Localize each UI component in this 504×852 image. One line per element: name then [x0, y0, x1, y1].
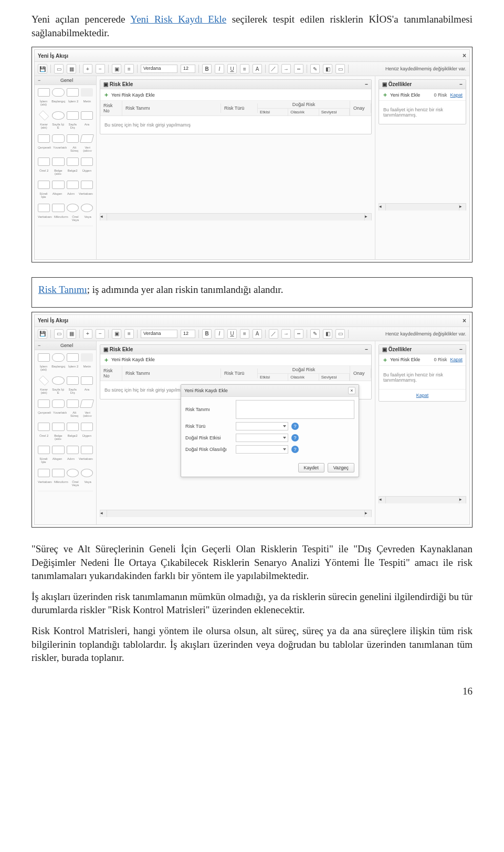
arrow-icon[interactable]: →: [281, 329, 291, 339]
close-icon[interactable]: ×: [463, 52, 466, 59]
shape-ozel-veya[interactable]: [67, 204, 79, 212]
shape-ozel-veya[interactable]: [67, 469, 79, 477]
shape-ucgen[interactable]: [81, 157, 93, 166]
horizontal-scrollbar[interactable]: ◂▸: [379, 496, 466, 503]
italic-icon[interactable]: I: [215, 329, 224, 339]
font-color-icon[interactable]: A: [253, 329, 262, 339]
shape-veritabani2[interactable]: [38, 469, 50, 477]
shape-sureli[interactable]: [38, 181, 50, 189]
shape-mikroform[interactable]: [52, 204, 64, 212]
shape-veri[interactable]: [80, 399, 94, 408]
save-icon[interactable]: 💾: [38, 329, 47, 339]
help-icon[interactable]: ?: [291, 434, 299, 441]
shape-islem2[interactable]: [67, 353, 79, 362]
pencil-icon[interactable]: ✎: [310, 329, 320, 339]
shape-sureli[interactable]: [38, 446, 50, 454]
border-icon[interactable]: ▭: [335, 64, 345, 73]
underline-icon[interactable]: U: [227, 329, 237, 339]
zoom-in-icon[interactable]: +: [83, 329, 92, 339]
layer-icon[interactable]: ▣: [112, 64, 121, 73]
font-color-icon[interactable]: A: [253, 64, 262, 73]
shape-alt-surec[interactable]: [67, 399, 79, 408]
dialog-close-icon[interactable]: ×: [348, 387, 355, 394]
fit-icon[interactable]: ▭: [54, 64, 64, 73]
shape-cerceveli[interactable]: [38, 134, 50, 143]
italic-icon[interactable]: I: [215, 64, 224, 73]
horizontal-scrollbar[interactable]: ◂ ▸: [100, 213, 372, 220]
panel-collapse-icon[interactable]: −: [365, 81, 368, 87]
underline-icon[interactable]: U: [227, 64, 237, 73]
help-icon[interactable]: ?: [291, 423, 299, 430]
shape-sayfa-dis[interactable]: [67, 111, 79, 120]
align-icon[interactable]: ≡: [124, 64, 134, 73]
shape-belge[interactable]: [52, 157, 64, 166]
shape-belge[interactable]: [52, 423, 64, 431]
border-icon[interactable]: ▭: [335, 329, 345, 339]
scroll-left-icon[interactable]: ◂: [100, 214, 107, 220]
close-icon[interactable]: ×: [463, 317, 466, 324]
shape-ozel2[interactable]: [38, 423, 50, 431]
shape-altigen[interactable]: [52, 181, 64, 189]
shape-belge2[interactable]: [67, 423, 79, 431]
shape-veya[interactable]: [81, 204, 93, 212]
fill-icon[interactable]: ◧: [323, 329, 332, 339]
yeni-risk-kaydi-ekle-button[interactable]: ＋ Yeni Risk Kaydı Ekle: [100, 89, 371, 101]
shape-islem2[interactable]: [67, 88, 79, 97]
shape-altigen[interactable]: [52, 446, 64, 454]
shape-mikroform[interactable]: [52, 469, 64, 477]
risk-tanimi-input[interactable]: [236, 400, 354, 419]
bold-icon[interactable]: B: [202, 64, 212, 73]
panel-collapse-icon[interactable]: −: [365, 346, 368, 352]
dogal-risk-olasiligi-select[interactable]: [236, 445, 288, 454]
shape-metin[interactable]: [81, 88, 93, 97]
align-icon[interactable]: ≡: [124, 329, 134, 339]
shape-karar[interactable]: [39, 111, 49, 121]
zoom-out-icon[interactable]: −: [96, 329, 105, 339]
shape-ara[interactable]: [81, 376, 93, 385]
shape-veya[interactable]: [81, 469, 93, 477]
risk-turu-select[interactable]: [236, 422, 288, 430]
line-icon[interactable]: ／: [269, 329, 278, 339]
grid-icon[interactable]: ▦: [67, 329, 76, 339]
kaydet-button[interactable]: Kaydet: [298, 463, 324, 472]
shape-metin[interactable]: [81, 353, 93, 362]
panel-collapse-icon[interactable]: −: [459, 81, 463, 87]
horizontal-scrollbar[interactable]: ◂▸: [379, 203, 466, 211]
shape-ozel2[interactable]: [38, 157, 50, 166]
fit-icon[interactable]: ▭: [54, 329, 64, 339]
yeni-risk-kaydi-ekle-button[interactable]: ＋ Yeni Risk Kaydı Ekle: [100, 354, 371, 366]
bold-icon[interactable]: B: [202, 329, 212, 339]
shape-sayfa-ici[interactable]: [52, 111, 64, 120]
shape-islem[interactable]: [38, 353, 50, 362]
pencil-icon[interactable]: ✎: [310, 64, 320, 73]
shape-alt-surec[interactable]: [67, 134, 79, 143]
line-icon[interactable]: ／: [269, 64, 278, 73]
shape-cerceveli[interactable]: [38, 399, 50, 408]
yeni-risk-ekle-button[interactable]: Yeni Risk Ekle: [390, 92, 420, 98]
scroll-right-icon[interactable]: ▸: [364, 214, 372, 220]
vazgec-button[interactable]: Vazgeç: [328, 463, 354, 472]
horizontal-scrollbar[interactable]: ◂▸: [100, 510, 372, 517]
shape-belge2[interactable]: [67, 157, 79, 166]
align-left-icon[interactable]: ≡: [240, 64, 249, 73]
yeni-risk-ekle-button[interactable]: Yeni Risk Ekle: [390, 357, 420, 362]
kapat-link[interactable]: Kapat: [416, 393, 429, 398]
shape-sayfa-ici[interactable]: [52, 376, 64, 385]
panel-collapse-icon[interactable]: −: [459, 346, 463, 352]
risk-tanimi-link[interactable]: Risk Tanımı: [38, 284, 87, 295]
font-size-input[interactable]: 12: [181, 330, 195, 338]
zoom-in-icon[interactable]: +: [83, 64, 92, 73]
shape-sayfa-dis[interactable]: [67, 376, 79, 385]
shape-veritabani[interactable]: [81, 446, 93, 454]
font-select[interactable]: Verdana: [141, 330, 177, 338]
shape-adim[interactable]: [67, 446, 79, 454]
shape-adim[interactable]: [67, 181, 79, 189]
align-left-icon[interactable]: ≡: [240, 329, 249, 339]
help-icon[interactable]: ?: [291, 446, 299, 453]
shape-karar[interactable]: [39, 375, 49, 385]
kapat-button[interactable]: Kapat: [450, 92, 463, 98]
shape-yuvarlak[interactable]: [52, 399, 64, 408]
dogal-risk-etkisi-select[interactable]: [236, 434, 288, 442]
shape-islem[interactable]: [38, 88, 50, 97]
layer-icon[interactable]: ▣: [112, 329, 121, 339]
